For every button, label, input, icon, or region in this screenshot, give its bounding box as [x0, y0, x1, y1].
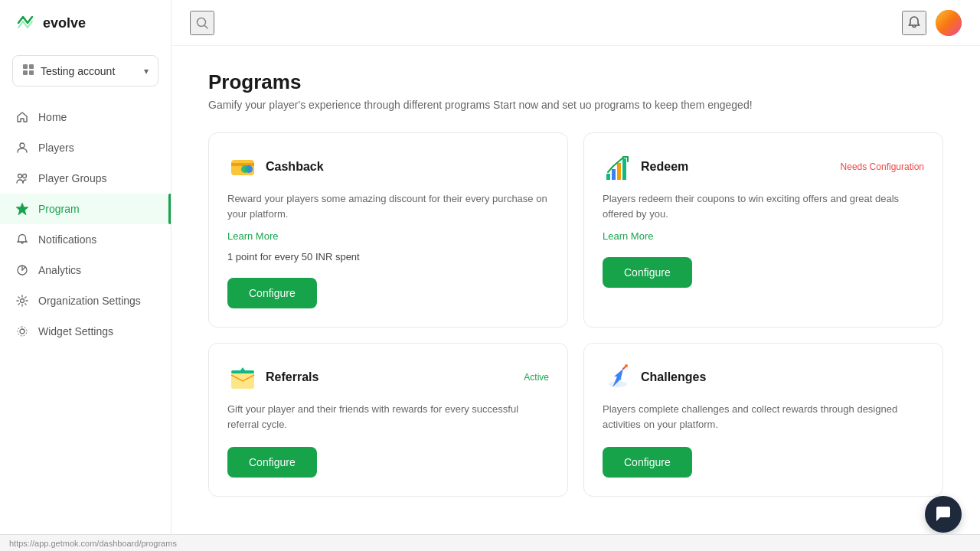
account-selector[interactable]: Testing account ▾: [12, 55, 158, 86]
cashback-card-footer: Configure: [227, 278, 549, 308]
sidebar-item-home-label: Home: [38, 111, 67, 123]
sidebar-item-widget-settings[interactable]: Widget Settings: [0, 316, 171, 347]
account-name: Testing account: [41, 65, 138, 77]
referrals-title-group: Referrals: [227, 362, 318, 393]
sidebar-item-analytics[interactable]: Analytics: [0, 255, 171, 285]
sidebar: evolve Testing account ▾ Home: [0, 0, 172, 551]
cashback-icon: [227, 152, 258, 182]
sidebar-item-notifications[interactable]: Notifications: [0, 224, 171, 255]
sidebar-item-players[interactable]: Players: [0, 132, 171, 163]
challenges-title-group: Challenges: [603, 362, 706, 393]
referrals-title: Referrals: [266, 370, 318, 384]
svg-rect-1: [29, 64, 34, 69]
home-icon: [15, 110, 29, 124]
svg-rect-3: [29, 70, 34, 75]
cashback-card: Cashback Reward your players some amazin…: [208, 132, 568, 328]
svg-point-6: [23, 174, 27, 178]
logo-text: evolve: [43, 15, 86, 31]
status-url: https://app.getmok.com/dashboard/program…: [9, 539, 177, 548]
redeem-configure-button[interactable]: Configure: [603, 257, 692, 288]
sidebar-item-player-groups[interactable]: Player Groups: [0, 163, 171, 194]
topbar: [172, 0, 980, 46]
sidebar-item-org-settings-label: Organization Settings: [38, 295, 141, 307]
chat-bubble-button[interactable]: [925, 496, 962, 533]
svg-rect-13: [231, 163, 254, 166]
analytics-icon: [15, 263, 29, 277]
svg-rect-17: [612, 169, 616, 180]
chevron-down-icon: ▾: [144, 66, 149, 77]
search-button[interactable]: [190, 11, 214, 35]
referrals-card-header: Referrals Active: [227, 362, 549, 393]
sidebar-item-players-label: Players: [38, 142, 74, 154]
cashback-card-header: Cashback: [227, 152, 549, 182]
challenges-icon: [603, 362, 633, 393]
svg-rect-0: [23, 64, 28, 69]
svg-rect-18: [617, 163, 621, 180]
sidebar-item-widget-settings-label: Widget Settings: [38, 325, 113, 337]
redeem-card: Redeem Needs Configuration Players redee…: [583, 132, 943, 328]
sidebar-item-home[interactable]: Home: [0, 102, 171, 132]
avatar-image: [936, 10, 962, 36]
redeem-title: Redeem: [641, 160, 688, 174]
challenges-configure-button[interactable]: Configure: [603, 447, 692, 478]
cashback-learn-more[interactable]: Learn More: [227, 230, 278, 242]
sidebar-item-analytics-label: Analytics: [38, 264, 81, 276]
challenges-card-footer: Configure: [603, 447, 924, 478]
cashback-info: 1 point for every 50 INR spent: [227, 251, 549, 262]
redeem-card-footer: Configure: [603, 257, 924, 288]
account-icon: [22, 64, 34, 78]
svg-rect-21: [231, 370, 254, 373]
svg-point-4: [20, 143, 24, 148]
evolve-logo-icon: [15, 12, 37, 34]
sidebar-nav: Home Players Player Groups: [0, 96, 171, 551]
cashback-description: Reward your players some amazing discoun…: [227, 191, 549, 221]
challenges-card: Challenges Players complete challenges a…: [583, 343, 943, 497]
sidebar-item-player-groups-label: Player Groups: [38, 172, 106, 184]
svg-point-9: [21, 299, 24, 303]
main-content: Programs Gamify your player's experience…: [172, 0, 980, 551]
svg-point-11: [198, 18, 206, 26]
sidebar-item-org-settings[interactable]: Organization Settings: [0, 285, 171, 316]
avatar[interactable]: [936, 10, 962, 36]
referrals-card-footer: Configure: [227, 447, 549, 478]
players-icon: [15, 141, 29, 155]
svg-point-23: [625, 364, 628, 367]
topbar-actions: [902, 10, 962, 36]
sidebar-item-program-label: Program: [38, 203, 80, 215]
redeem-card-header: Redeem Needs Configuration: [603, 152, 924, 182]
referrals-description: Gift your player and their friends with …: [227, 402, 549, 432]
referrals-card: Referrals Active Gift your player and th…: [208, 343, 568, 497]
sidebar-item-program[interactable]: Program: [0, 194, 171, 224]
player-groups-icon: [15, 171, 29, 185]
redeem-description: Players redeem their coupons to win exci…: [603, 191, 924, 221]
referrals-active-badge: Active: [524, 372, 549, 383]
svg-rect-19: [622, 158, 626, 180]
svg-point-5: [18, 174, 22, 178]
svg-point-15: [241, 165, 249, 173]
challenges-card-header: Challenges: [603, 362, 924, 393]
svg-rect-2: [23, 70, 28, 75]
cashback-configure-button[interactable]: Configure: [227, 278, 317, 308]
page-title: Programs: [208, 70, 943, 94]
svg-rect-16: [606, 174, 610, 180]
svg-marker-7: [17, 204, 28, 214]
redeem-learn-more[interactable]: Learn More: [603, 230, 653, 242]
challenges-description: Players complete challenges and collect …: [603, 402, 924, 432]
referrals-configure-button[interactable]: Configure: [227, 447, 317, 478]
program-icon: [15, 202, 29, 216]
svg-rect-20: [231, 372, 254, 389]
page-subtitle: Gamify your player's experience through …: [208, 99, 943, 111]
notification-bell-button[interactable]: [902, 11, 926, 35]
redeem-title-group: Redeem: [603, 152, 688, 182]
redeem-icon: [603, 152, 633, 182]
svg-point-22: [609, 381, 627, 387]
notifications-icon: [15, 233, 29, 246]
cashback-title: Cashback: [266, 160, 324, 174]
svg-point-10: [20, 329, 24, 334]
org-settings-icon: [15, 294, 29, 308]
page-content: Programs Gamify your player's experience…: [172, 46, 980, 551]
programs-grid: Cashback Reward your players some amazin…: [208, 132, 943, 497]
widget-settings-icon: [15, 324, 29, 338]
logo[interactable]: evolve: [0, 0, 171, 46]
cashback-title-group: Cashback: [227, 152, 324, 182]
